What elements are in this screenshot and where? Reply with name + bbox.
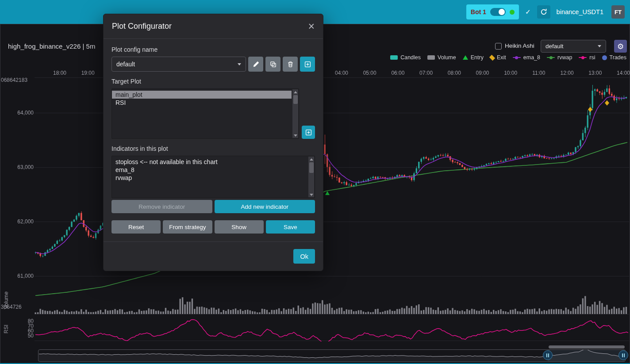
bot-selector[interactable]: Bot 1 [466, 4, 519, 19]
rsi-marker-icon [579, 57, 587, 58]
chart-legend: CandlesVolumeEntryExitema_8rvwaprsiTrade… [390, 54, 626, 61]
legend-item-rsi[interactable]: rsi [579, 54, 595, 61]
duplicate-config-button[interactable] [265, 57, 280, 72]
heikin-ashi-label: Heikin Ashi [505, 42, 534, 49]
horizontal-scrollbar-thumb[interactable] [549, 345, 625, 349]
target-plot-scrollbar[interactable] [292, 89, 298, 138]
legend-item-exit[interactable]: Exit [490, 54, 506, 61]
indicator-actions-row: Remove indicator Add new indicator [111, 200, 315, 213]
indicators-label: Indicators in this plot [111, 145, 315, 152]
scroll-down-icon[interactable] [292, 133, 298, 138]
scroll-up-icon[interactable] [292, 89, 298, 95]
ema-8-marker-icon [513, 57, 521, 58]
legend-label: Volume [438, 54, 456, 61]
legend-item-rvwap[interactable]: rvwap [547, 54, 572, 61]
modal-body: Plot config name default Target Plot mai… [104, 39, 323, 242]
legend-label: Exit [497, 54, 506, 61]
legend-label: Trades [610, 54, 626, 61]
copy-icon [270, 61, 277, 68]
target-plot-row: main_plotRSI [111, 88, 315, 139]
from-strategy-button[interactable]: From strategy [163, 220, 212, 234]
config-actions-row: Reset From strategy Show Save [111, 220, 315, 234]
reset-button[interactable]: Reset [111, 220, 161, 234]
target-plot-option-rsi[interactable]: RSI [112, 99, 292, 107]
plus-square-icon [304, 61, 311, 68]
bot-online-toggle[interactable] [490, 8, 506, 16]
target-plot-list-items: main_plotRSI [112, 91, 292, 107]
chevron-down-icon [598, 45, 601, 47]
edit-config-button[interactable] [248, 57, 263, 72]
volume-marker-icon [427, 55, 435, 60]
modal-header: Plot Configurator × [104, 14, 323, 39]
indicators-list-items: stoploss <-- not available in this chart… [112, 158, 307, 182]
indicator-option-rvwap[interactable]: rvwap [112, 174, 307, 182]
ft-logo[interactable]: FT [611, 5, 625, 19]
add-new-indicator-button[interactable]: Add new indicator [215, 200, 315, 213]
legend-label: Entry [471, 54, 484, 61]
candles-marker-icon [390, 55, 398, 60]
legend-item-volume[interactable]: Volume [427, 54, 456, 61]
show-button[interactable]: Show [215, 220, 264, 234]
plot-config-dropdown-value: default [545, 43, 564, 50]
legend-item-entry[interactable]: Entry [463, 54, 484, 61]
legend-item-ema-8[interactable]: ema_8 [513, 54, 540, 61]
target-plot-list[interactable]: main_plotRSI [111, 88, 299, 139]
scroll-down-icon[interactable] [308, 192, 314, 197]
datazoom-left-handle[interactable] [543, 350, 553, 360]
legend-label: ema_8 [523, 54, 540, 61]
remove-indicator-button[interactable]: Remove indicator [111, 200, 212, 213]
legend-item-candles[interactable]: Candles [390, 54, 421, 61]
entry-marker-icon [463, 55, 468, 60]
legend-label: rsi [589, 54, 595, 61]
gear-icon[interactable]: ⚙ [614, 40, 627, 53]
refresh-icon [540, 8, 547, 15]
close-icon[interactable]: × [308, 21, 315, 32]
add-config-button[interactable] [300, 57, 315, 72]
indicators-scrollbar[interactable] [308, 157, 314, 197]
scrollbar-thumb[interactable] [309, 162, 314, 173]
bot-name: Bot 1 [471, 8, 486, 15]
save-button[interactable]: Save [266, 220, 315, 234]
datazoom-right-handle[interactable] [618, 350, 628, 360]
heikin-ashi-checkbox[interactable] [495, 43, 502, 50]
plot-config-dropdown[interactable]: default [541, 40, 606, 53]
config-name-label: Plot config name [111, 46, 315, 53]
exit-marker-icon [489, 54, 495, 60]
rvwap-marker-icon [547, 57, 555, 58]
chevron-down-icon [238, 63, 241, 65]
trades-marker-icon [602, 55, 607, 60]
config-name-value: default [116, 61, 135, 68]
delete-config-button[interactable] [283, 57, 298, 72]
refresh-button[interactable] [537, 5, 550, 19]
legend-label: rvwap [557, 54, 572, 61]
plot-configurator-modal: Plot Configurator × Plot config name def… [103, 14, 323, 271]
config-name-row: default [111, 57, 315, 72]
scroll-up-icon[interactable] [308, 157, 314, 162]
config-name-select[interactable]: default [111, 57, 246, 72]
add-plot-button[interactable] [302, 126, 315, 139]
toggle-knob [499, 9, 505, 15]
legend-label: Candles [400, 54, 421, 61]
check-icon: ✓ [525, 8, 531, 16]
modal-footer: Ok [104, 242, 323, 271]
pencil-icon [253, 61, 259, 68]
indicator-option-ema-8[interactable]: ema_8 [112, 166, 307, 174]
bot-status-dot [510, 10, 515, 15]
plus-square-icon [305, 129, 312, 136]
modal-title: Plot Configurator [112, 22, 172, 31]
target-plot-label: Target Plot [111, 78, 315, 85]
scrollbar-thumb[interactable] [293, 95, 298, 104]
account-name: binance_USDT1 [557, 8, 603, 15]
legend-item-trades[interactable]: Trades [602, 54, 626, 61]
indicator-option-stoploss[interactable]: stoploss <-- not available in this chart [112, 158, 307, 166]
target-plot-option-main-plot[interactable]: main_plot [112, 91, 292, 99]
indicators-list[interactable]: stoploss <-- not available in this chart… [111, 156, 315, 198]
ok-button[interactable]: Ok [293, 249, 315, 264]
trash-icon [287, 61, 294, 68]
